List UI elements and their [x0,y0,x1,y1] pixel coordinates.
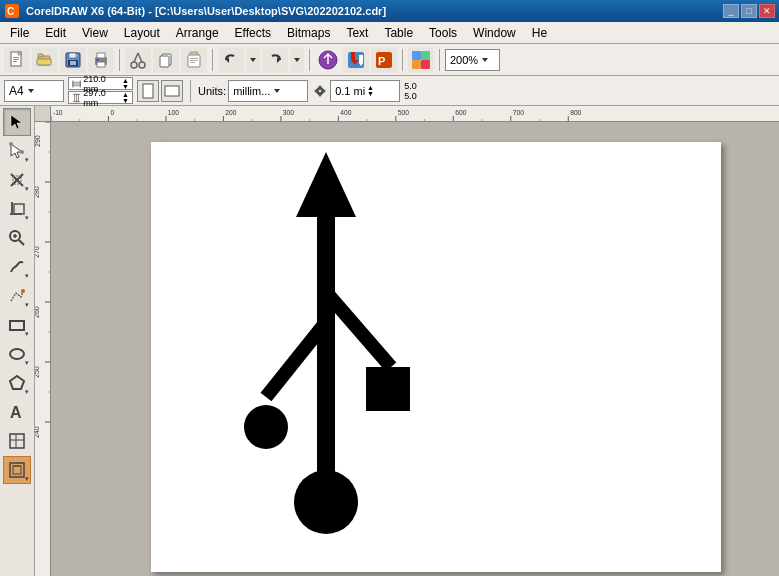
svg-point-67 [9,142,13,146]
export-button[interactable] [343,47,369,73]
svg-rect-12 [69,53,76,58]
svg-text:290: 290 [35,135,41,147]
nudge-down[interactable]: ▼ [367,91,374,97]
undo-button[interactable] [218,47,244,73]
height-value: 297.0 mm [83,88,120,108]
svg-rect-40 [359,55,363,63]
paste-button[interactable] [181,47,207,73]
minimize-button[interactable]: _ [723,4,739,18]
title-text: CorelDRAW X6 (64-Bit) - [C:\Users\User\D… [26,5,717,17]
maximize-button[interactable]: □ [741,4,757,18]
page-size-select[interactable]: A4 [4,80,64,102]
svg-rect-46 [412,60,421,69]
zoom-dropdown[interactable]: 200% [445,49,500,71]
table-tool[interactable] [3,427,31,455]
svg-marker-49 [28,89,34,93]
svg-marker-60 [274,89,280,93]
open-button[interactable] [32,47,58,73]
units-select[interactable]: millim... [228,80,308,102]
separator3 [309,49,310,71]
svg-point-141 [244,405,288,449]
svg-rect-9 [38,54,43,57]
height-arrows[interactable]: ▲▼ [122,92,129,104]
canvas-area: -10 0 100 200 300 400 [35,106,779,576]
separator2 [212,49,213,71]
height-down[interactable]: ▼ [122,98,129,104]
crop-tool[interactable] [3,195,31,223]
width-arrows[interactable]: ▲▼ [122,78,129,90]
width-down[interactable]: ▼ [122,84,129,90]
freehand-tool[interactable] [3,253,31,281]
nudge-arrows[interactable]: ▲▼ [367,85,374,97]
menu-bar: File Edit View Layout Arrange Effects Bi… [0,22,779,44]
horizontal-ruler: -10 0 100 200 300 400 [51,106,779,122]
svg-text:C: C [7,6,14,17]
svg-rect-15 [75,54,77,57]
menu-edit[interactable]: Edit [37,22,74,43]
svg-rect-5 [13,57,19,58]
height-input[interactable]: 297.0 mm ▲▼ [68,91,133,104]
svg-rect-17 [97,53,105,58]
print-button[interactable] [88,47,114,73]
svg-text:250: 250 [35,366,40,378]
polygon-tool[interactable] [3,369,31,397]
select-tool[interactable] [3,108,31,136]
svg-line-22 [134,53,138,62]
menu-layout[interactable]: Layout [116,22,168,43]
svg-rect-38 [351,52,355,60]
new-button[interactable] [4,47,30,73]
rectangle-tool[interactable] [3,311,31,339]
menu-window[interactable]: Window [465,22,524,43]
svg-point-81 [10,349,24,359]
nudge-icon [312,83,328,99]
separator-tb2 [190,80,191,102]
svg-rect-87 [10,463,24,477]
shape-tool[interactable] [3,137,31,165]
svg-point-21 [139,62,145,68]
save-button[interactable] [60,47,86,73]
landscape-button[interactable] [161,80,183,102]
menu-view[interactable]: View [74,22,116,43]
menu-table[interactable]: Table [376,22,421,43]
connect-tool[interactable] [3,456,31,484]
units-value: millim... [233,85,270,97]
title-bar: C CorelDRAW X6 (64-Bit) - [C:\Users\User… [0,0,779,22]
drawing-canvas[interactable] [51,122,779,576]
svg-text:A: A [10,404,22,421]
svg-line-23 [138,53,142,62]
smear-tool[interactable] [3,166,31,194]
svg-rect-18 [97,62,105,67]
undo-dropdown[interactable] [246,47,260,73]
svg-rect-47 [421,60,430,69]
zoom-tool[interactable] [3,224,31,252]
close-button[interactable]: ✕ [759,4,775,18]
ellipse-tool[interactable] [3,340,31,368]
redo-dropdown[interactable] [290,47,304,73]
cut-button[interactable] [125,47,151,73]
publish-button[interactable]: P [371,47,397,73]
units-container: Units: millim... [198,80,308,102]
svg-rect-7 [13,61,17,62]
menu-text[interactable]: Text [338,22,376,43]
menu-help[interactable]: He [524,22,555,43]
text-tool[interactable]: A [3,398,31,426]
svg-text:270: 270 [35,246,40,258]
svg-text:100: 100 [168,109,179,116]
svg-marker-64 [321,87,326,95]
menu-tools[interactable]: Tools [421,22,465,43]
corel-apps-button[interactable] [408,47,434,73]
nudge-input[interactable]: 0.1 mi ▲▼ [330,80,400,102]
svg-rect-88 [13,466,21,474]
menu-bitmaps[interactable]: Bitmaps [279,22,338,43]
menu-arrange[interactable]: Arrange [168,22,227,43]
copy-button[interactable] [153,47,179,73]
portrait-button[interactable] [137,80,159,102]
app-icon: C [4,3,20,19]
menu-file[interactable]: File [2,22,37,43]
smartdraw-tool[interactable] [3,282,31,310]
menu-effects[interactable]: Effects [227,22,279,43]
import-button[interactable] [315,47,341,73]
redo-button[interactable] [262,47,288,73]
property-bar: A4 210.0 mm ▲▼ 297.0 mm ▲▼ Units: millim… [0,76,779,106]
svg-text:600: 600 [455,109,466,116]
